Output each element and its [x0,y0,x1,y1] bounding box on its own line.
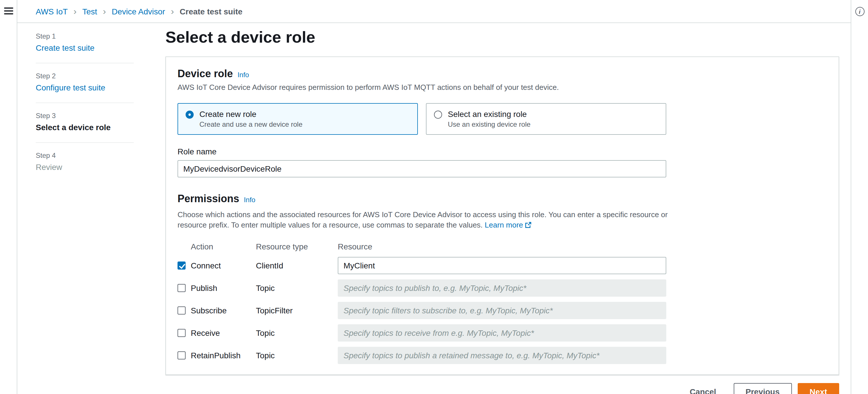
page-content: Step 1 Create test suite Step 2 Configur… [17,23,851,394]
main-area: AWS IoT › Test › Device Advisor › Create… [17,0,851,394]
wizard-step-4: Step 4 Review [36,152,134,172]
permissions-description-text: Choose which actions and the associated … [178,210,668,229]
tile-label: Select an existing role [448,109,531,119]
page-title: Select a device role [165,29,839,46]
cancel-button[interactable]: Cancel [683,384,723,394]
action-label: Subscribe [191,306,227,315]
chevron-right-icon: › [103,7,106,16]
right-tools-strip: i [851,0,868,394]
step-divider [36,63,134,63]
action-label: Publish [191,284,217,293]
receive-checkbox[interactable] [178,329,186,337]
info-panel-icon[interactable]: i [855,7,864,16]
tile-description: Create and use a new device role [199,121,303,128]
step-3-current: Select a device role [36,123,134,132]
role-option-tiles: Create new role Create and use a new dev… [178,103,666,135]
permissions-header: Permissions Info [178,192,827,205]
step-divider [36,102,134,103]
breadcrumb-current: Create test suite [180,7,243,16]
wizard-step-1: Step 1 Create test suite [36,32,134,53]
connect-checkbox[interactable] [178,262,186,270]
permission-row-connect: Connect ClientId [178,257,666,274]
tile-text: Create new role Create and use a new dev… [199,109,303,128]
permissions-table-header: Action Resource type Resource [178,242,666,251]
chevron-right-icon: › [73,7,76,16]
column-resource: Resource [338,242,666,251]
publish-resource-input[interactable] [338,280,666,297]
wizard-footer: Cancel Previous Next [165,383,839,394]
menu-icon[interactable] [4,7,13,14]
device-role-header: Device role Info [178,67,827,80]
resource-type: TopicFilter [256,306,338,315]
device-role-description: AWS IoT Core Device Advisor requires per… [178,83,827,93]
permissions-table: Action Resource type Resource Connect Cl… [178,242,666,364]
step-number: Step 3 [36,112,134,120]
action-cell: Connect [178,261,256,270]
breadcrumb-test[interactable]: Test [83,7,97,16]
radio-button-icon[interactable] [186,110,194,119]
previous-button[interactable]: Previous [734,383,792,394]
main-column: Select a device role Device role Info AW… [165,29,839,394]
tile-text: Select an existing role Use an existing … [448,109,531,128]
wizard-step-3: Step 3 Select a device role [36,112,134,132]
wizard-steps: Step 1 Create test suite Step 2 Configur… [36,29,134,394]
next-button[interactable]: Next [797,383,839,394]
breadcrumb-aws-iot[interactable]: AWS IoT [36,7,68,16]
permission-row-subscribe: Subscribe TopicFilter [178,302,666,319]
breadcrumb-device-advisor[interactable]: Device Advisor [112,7,165,16]
action-cell: RetainPublish [178,351,256,360]
action-label: Receive [191,328,220,337]
action-cell: Publish [178,284,256,293]
permissions-title: Permissions [178,192,239,205]
role-name-input[interactable] [178,160,666,177]
permission-row-publish: Publish Topic [178,280,666,297]
tile-create-new-role[interactable]: Create new role Create and use a new dev… [178,103,418,135]
permission-row-retainpublish: RetainPublish Topic [178,347,666,364]
resource-type: Topic [256,284,338,293]
chevron-right-icon: › [171,7,174,16]
resource-type: Topic [256,351,338,360]
role-name-label: Role name [178,146,827,157]
permission-row-receive: Receive Topic [178,324,666,341]
step-4-disabled: Review [36,162,134,172]
action-label: RetainPublish [191,351,241,360]
retainpublish-checkbox[interactable] [178,351,186,359]
breadcrumb: AWS IoT › Test › Device Advisor › Create… [17,0,851,23]
subscribe-resource-input[interactable] [338,302,666,319]
radio-button-icon[interactable] [434,110,442,119]
action-cell: Receive [178,328,256,337]
connect-resource-input[interactable] [338,257,666,274]
tile-select-existing-role[interactable]: Select an existing role Use an existing … [426,103,666,135]
step-number: Step 1 [36,32,134,40]
permissions-description: Choose which actions and the associated … [178,210,685,230]
subscribe-checkbox[interactable] [178,306,186,315]
wizard-step-2: Step 2 Configure test suite [36,72,134,92]
device-role-card: Device role Info AWS IoT Core Device Adv… [165,57,839,375]
learn-more-link[interactable]: Learn more [485,221,531,229]
action-cell: Subscribe [178,306,256,315]
device-role-title: Device role [178,67,233,80]
column-resource-type: Resource type [256,242,338,251]
app-window: i AWS IoT › Test › Device Advisor › Crea… [0,0,868,394]
permissions-info-link[interactable]: Info [244,196,255,204]
external-link-icon [525,222,531,228]
resource-type: Topic [256,328,338,337]
column-action: Action [178,242,256,251]
left-nav-strip [0,0,17,394]
step-number: Step 4 [36,152,134,160]
tile-label: Create new role [199,109,303,119]
device-role-info-link[interactable]: Info [238,71,249,79]
retainpublish-resource-input[interactable] [338,347,666,364]
resource-type: ClientId [256,261,338,270]
receive-resource-input[interactable] [338,324,666,341]
step-divider [36,142,134,143]
step-1-link[interactable]: Create test suite [36,43,95,53]
step-number: Step 2 [36,72,134,80]
step-2-link[interactable]: Configure test suite [36,83,105,92]
publish-checkbox[interactable] [178,284,186,292]
tile-description: Use an existing device role [448,121,531,128]
action-label: Connect [191,261,221,270]
